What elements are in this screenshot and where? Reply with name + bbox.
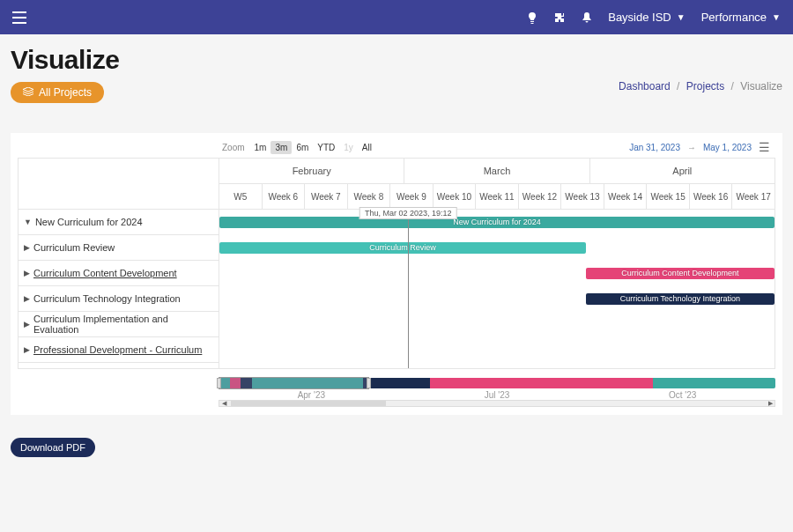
- week-header-cell: Week 10: [434, 184, 477, 209]
- download-pdf-button[interactable]: Download PDF: [11, 438, 95, 457]
- gantt-row: New Curriculum for 2024: [219, 210, 774, 235]
- navigator-window[interactable]: [219, 377, 369, 389]
- week-header-cell: Week 6: [263, 184, 306, 209]
- chevron-down-icon: ▼: [677, 12, 686, 22]
- breadcrumb: Dashboard / Projects / Visualize: [619, 45, 782, 92]
- triangle-down-icon[interactable]: ▼: [24, 218, 32, 226]
- week-header-cell: Week 9: [390, 184, 434, 209]
- navigator-segment: [653, 378, 775, 388]
- week-header-cell: Week 7: [305, 184, 348, 209]
- navigator-segment: [363, 378, 430, 388]
- menu-toggle-icon[interactable]: [12, 11, 26, 24]
- task-label: Curriculum Content Development: [33, 268, 177, 278]
- gantt-bar[interactable]: Curriculum Content Development: [586, 268, 774, 279]
- timeline-tooltip: Thu, Mar 02 2023, 19:12: [359, 207, 457, 219]
- zoom-1m[interactable]: 1m: [250, 141, 271, 154]
- task-row[interactable]: ▶Curriculum Technology Integration: [19, 286, 219, 312]
- download-pdf-label: Download PDF: [20, 442, 85, 453]
- zoom-1y: 1y: [339, 141, 358, 154]
- zoom-All[interactable]: All: [358, 141, 376, 154]
- navigator-scrollbar[interactable]: ◀ ▶: [219, 400, 775, 407]
- triangle-right-icon[interactable]: ▶: [24, 243, 30, 252]
- zoom-YTD[interactable]: YTD: [313, 141, 339, 154]
- navigator-month-label: Jul '23: [404, 390, 590, 400]
- page-title: Visualize: [11, 45, 119, 75]
- month-header: FebruaryMarchApril: [219, 159, 774, 184]
- week-header-cell: Week 14: [604, 184, 648, 209]
- range-group: Jan 31, 2023 → May 1, 2023 ☰: [629, 140, 770, 154]
- timeline-cursor: [408, 210, 409, 368]
- task-label: Professional Development - Curriculum: [33, 344, 202, 355]
- page-header: Visualize All Projects Dashboard / Proje…: [0, 34, 793, 108]
- all-projects-button[interactable]: All Projects: [11, 82, 104, 103]
- scroll-left-icon[interactable]: ◀: [219, 401, 228, 406]
- task-label: Curriculum Review: [33, 242, 115, 253]
- task-row[interactable]: ▶Curriculum Implementation and Evaluatio…: [19, 312, 219, 337]
- zoom-3m[interactable]: 3m: [271, 141, 292, 154]
- triangle-right-icon[interactable]: ▶: [24, 345, 30, 354]
- arrow-right-icon: →: [687, 143, 696, 152]
- gantt-card: Zoom 1m3m6mYTD1yAll Jan 31, 2023 → May 1…: [11, 133, 782, 415]
- navigator-month-label: Oct '23: [589, 390, 775, 400]
- gantt-timeline: FebruaryMarchApril W5Week 6Week 7Week 8W…: [219, 159, 774, 368]
- navigator-handle-left[interactable]: [217, 378, 221, 388]
- timeline-navigator[interactable]: Apr '23Jul '23Oct '23 ◀ ▶: [219, 378, 775, 406]
- week-header-cell: W5: [219, 184, 263, 209]
- week-header: W5Week 6Week 7Week 8Week 9Week 10Week 11…: [219, 184, 774, 210]
- view-name: Performance: [701, 11, 767, 24]
- gantt-task-list: ▼New Curriculum for 2024▶Curriculum Revi…: [19, 159, 219, 368]
- navigator-month-label: Apr '23: [219, 390, 404, 400]
- zoom-6m[interactable]: 6m: [292, 141, 313, 154]
- lightbulb-icon[interactable]: [527, 11, 537, 24]
- task-row[interactable]: ▶Professional Development - Curriculum: [19, 337, 219, 363]
- week-header-cell: Week 12: [519, 184, 562, 209]
- chevron-down-icon: ▼: [772, 12, 781, 22]
- task-label: Curriculum Implementation and Evaluation: [33, 314, 213, 335]
- view-selector[interactable]: Performance ▼: [701, 11, 781, 24]
- week-header-cell: Week 13: [561, 184, 604, 209]
- week-header-cell: Week 17: [732, 184, 774, 209]
- gantt-bar[interactable]: Curriculum Review: [219, 242, 586, 254]
- month-header-cell: March: [404, 159, 589, 183]
- task-row[interactable]: ▶Curriculum Review: [19, 235, 219, 261]
- month-header-cell: April: [590, 159, 774, 183]
- gantt-row: Curriculum Technology Integration: [219, 286, 774, 312]
- gantt-row: Curriculum Content Development: [219, 261, 774, 286]
- gantt-chart: ▼New Curriculum for 2024▶Curriculum Revi…: [18, 158, 775, 369]
- breadcrumb-projects[interactable]: Projects: [686, 80, 724, 92]
- bell-icon[interactable]: [582, 11, 592, 24]
- gantt-bar[interactable]: New Curriculum for 2024: [219, 217, 774, 228]
- gantt-row: [219, 312, 774, 337]
- gantt-row: Curriculum Review: [219, 235, 774, 261]
- range-to[interactable]: May 1, 2023: [703, 143, 752, 152]
- triangle-right-icon[interactable]: ▶: [24, 320, 30, 329]
- breadcrumb-dashboard[interactable]: Dashboard: [619, 80, 671, 92]
- navigator-labels: Apr '23Jul '23Oct '23: [219, 390, 775, 400]
- scroll-right-icon[interactable]: ▶: [766, 401, 774, 406]
- topbar: Bayside ISD ▼ Performance ▼: [0, 0, 793, 34]
- navigator-handle-right[interactable]: [367, 378, 371, 388]
- triangle-right-icon[interactable]: ▶: [24, 294, 30, 303]
- zoom-group: Zoom 1m3m6mYTD1yAll: [222, 141, 376, 154]
- puzzle-icon[interactable]: [553, 11, 566, 24]
- breadcrumb-current: Visualize: [740, 80, 782, 92]
- stack-icon: [23, 86, 33, 99]
- navigator-segment: [430, 378, 653, 388]
- task-row[interactable]: ▼New Curriculum for 2024: [19, 210, 219, 235]
- week-header-cell: Week 15: [647, 184, 690, 209]
- org-name: Bayside ISD: [608, 11, 671, 24]
- task-row[interactable]: ▶Curriculum Content Development: [19, 261, 219, 286]
- week-header-cell: Week 11: [476, 184, 519, 209]
- week-header-cell: Week 16: [690, 184, 733, 209]
- org-selector[interactable]: Bayside ISD ▼: [608, 11, 685, 24]
- gantt-bar[interactable]: Curriculum Technology Integration: [586, 293, 774, 305]
- all-projects-label: All Projects: [39, 86, 92, 99]
- task-label: Curriculum Technology Integration: [33, 293, 181, 304]
- month-header-cell: February: [219, 159, 404, 183]
- gantt-body: Thu, Mar 02 2023, 19:12 New Curriculum f…: [219, 210, 774, 368]
- chart-controls: Zoom 1m3m6mYTD1yAll Jan 31, 2023 → May 1…: [18, 140, 775, 158]
- chart-menu-icon[interactable]: ☰: [759, 140, 770, 154]
- scroll-thumb[interactable]: [231, 401, 386, 406]
- range-from[interactable]: Jan 31, 2023: [629, 143, 680, 152]
- triangle-right-icon[interactable]: ▶: [24, 269, 30, 277]
